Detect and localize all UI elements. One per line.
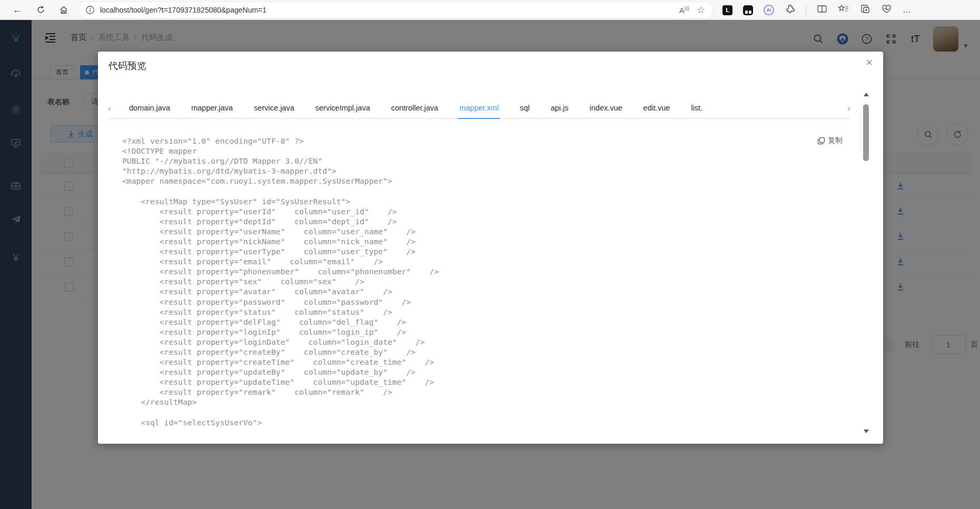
app-background: ¥ 首页 / 系统工具 / 代码生成 ? [0,20,980,509]
copy-button[interactable]: 复制 [817,136,843,145]
tab-api-js[interactable]: api.js [540,98,579,119]
tab-list-[interactable]: list. [680,98,713,119]
screen: ← localhost/tool/gen?t=1709371825080&pag… [0,0,980,509]
address-bar[interactable]: localhost/tool/gen?t=1709371825080&pageN… [79,2,712,18]
extensions-puzzle-icon[interactable] [785,4,795,16]
tab-serviceImpl-java[interactable]: serviceImpl.java [305,98,381,119]
tab-mapper-java[interactable]: mapper.java [181,98,243,119]
scrollbar-thumb[interactable] [863,104,869,161]
file-tabs-list: domain.javamapper.javaservice.javaservic… [118,98,839,119]
browser-back-icon[interactable]: ← [8,2,26,18]
dialog-scrollbar [863,91,869,435]
read-aloud-icon[interactable]: A))) [679,6,689,15]
code-content: <?xml version="1.0" encoding="UTF-8" ?> … [122,136,839,436]
collections-icon[interactable] [860,4,870,16]
favorites-bar-icon[interactable] [838,4,849,16]
tabs-scroll-left-icon[interactable]: ‹ [108,103,111,114]
tab-domain-java[interactable]: domain.java [118,98,181,119]
browser-more-icon[interactable]: … [903,5,912,15]
tab-index-vue[interactable]: index.vue [579,98,633,119]
tab-service-java[interactable]: service.java [243,98,305,119]
browser-refresh-icon[interactable] [32,2,50,18]
favorite-star-icon[interactable]: ☆ [697,4,705,16]
tab-controller-java[interactable]: controller.java [381,98,449,119]
tab-sql[interactable]: sql [509,98,540,119]
tab-mapper-xml[interactable]: mapper.xml [449,98,509,119]
dialog-title: 代码预览 [108,59,146,72]
dialog-close-icon[interactable]: × [866,57,873,68]
scrollbar-up-arrow[interactable] [864,93,869,96]
url-text[interactable]: localhost/tool/gen?t=1709371825080&pageN… [100,6,679,14]
extensions-row: L Ai … [722,0,912,20]
browser-toolbar: ← localhost/tool/gen?t=1709371825080&pag… [0,0,980,20]
scrollbar-down-arrow[interactable] [864,430,869,433]
browser-home-icon[interactable] [55,2,73,18]
dark-extension-icon[interactable] [743,5,753,15]
code-preview-dialog: 代码预览 × ‹ domain.javamapper.javaservice.j… [98,52,883,444]
copy-button-label: 复制 [828,136,843,145]
toolbar-divider [806,5,806,15]
split-screen-icon[interactable] [817,4,827,16]
ai-extension-icon[interactable]: Ai [764,5,774,15]
tab-edit-vue[interactable]: edit.vue [633,98,681,119]
l-extension-icon[interactable]: L [722,5,732,15]
browser-essentials-icon[interactable] [881,4,892,16]
page-info-icon[interactable] [85,5,95,15]
tabs-scroll-right-icon[interactable]: › [847,103,850,114]
file-tabs-bar: ‹ domain.javamapper.javaservice.javaserv… [108,98,850,119]
